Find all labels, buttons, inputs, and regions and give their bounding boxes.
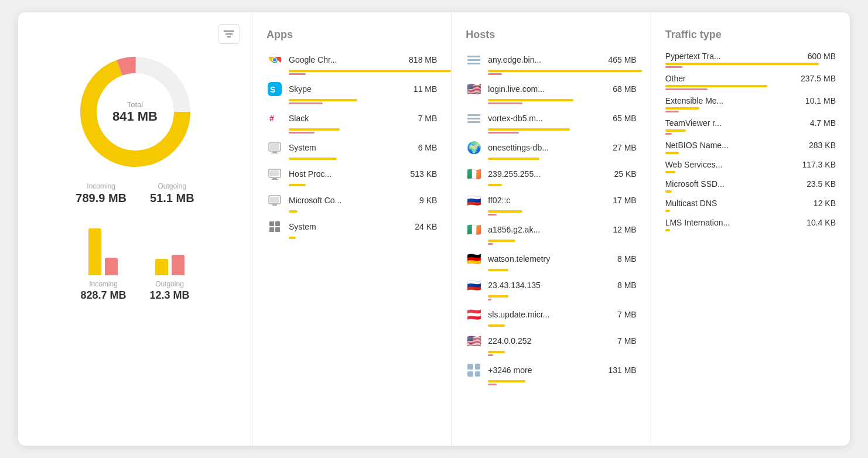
item-name: Slack xyxy=(289,114,414,123)
pink-bar xyxy=(665,111,679,112)
item-icon xyxy=(266,218,283,235)
item-size: 12 MB xyxy=(613,225,636,234)
svg-rect-24 xyxy=(272,204,277,206)
item-size: 513 KB xyxy=(410,169,437,179)
filter-button[interactable] xyxy=(218,24,240,44)
yellow-bar xyxy=(665,63,819,65)
item-name: TeamViewer r... xyxy=(665,118,805,128)
pink-bar xyxy=(488,243,493,245)
item-size: 11 MB xyxy=(414,84,437,94)
list-item: 🇩🇪watson.telemetry8 MB xyxy=(466,251,636,271)
yellow-bar xyxy=(488,70,641,72)
item-name: onesettings-db... xyxy=(488,143,608,152)
item-icon: 🇷🇺 xyxy=(466,192,482,209)
svg-rect-20 xyxy=(272,178,277,179)
item-name: 224.0.0.252 xyxy=(488,336,613,346)
item-name: System xyxy=(289,222,410,231)
incoming-pink-bar xyxy=(105,258,118,275)
item-size: 6 MB xyxy=(418,143,438,152)
list-item: 🇦🇹sls.update.micr...7 MB xyxy=(466,306,636,327)
outgoing-yellow-bar xyxy=(155,259,168,275)
yellow-bar xyxy=(665,190,672,193)
list-item: S Skype11 MB xyxy=(266,81,437,104)
outgoing-label: Outgoing xyxy=(150,182,194,190)
item-icon: S xyxy=(266,81,283,97)
outgoing-value: 51.1 MB xyxy=(150,192,194,205)
list-item: System24 KB xyxy=(266,218,437,239)
incoming-stat: Incoming 789.9 MB xyxy=(76,182,127,205)
list-item: TeamViewer r...4.7 MB xyxy=(665,118,836,135)
item-name: Web Services... xyxy=(665,160,798,169)
outgoing-stat: Outgoing 51.1 MB xyxy=(150,182,194,205)
yellow-bar xyxy=(488,269,508,271)
donut-label: Total xyxy=(112,100,158,109)
pink-bar xyxy=(488,214,497,216)
svg-rect-27 xyxy=(269,227,274,232)
yellow-bar xyxy=(665,107,699,110)
svg-rect-15 xyxy=(270,144,279,150)
yellow-bar xyxy=(488,295,508,298)
outgoing-bar-pair xyxy=(155,223,184,275)
pink-bar xyxy=(289,102,323,104)
svg-rect-21 xyxy=(271,179,278,180)
list-item: Other237.5 MB xyxy=(665,74,836,90)
item-name: NetBIOS Name... xyxy=(665,141,804,150)
item-size: 283 KB xyxy=(809,141,836,150)
pink-bar xyxy=(488,73,501,75)
yellow-bar xyxy=(488,158,539,160)
yellow-bar xyxy=(488,184,501,186)
item-icon xyxy=(466,110,482,127)
item-name: LMS Internation... xyxy=(665,218,802,227)
item-size: 818 MB xyxy=(409,55,437,64)
yellow-bar xyxy=(665,210,671,212)
item-icon: 🇺🇸 xyxy=(466,333,482,349)
list-item: Host Proc...513 KB xyxy=(266,166,437,186)
svg-text:S: S xyxy=(270,85,275,94)
incoming-label: Incoming xyxy=(76,182,127,190)
list-item: 🇺🇸224.0.0.2527 MB xyxy=(466,333,636,356)
yellow-bar xyxy=(488,240,515,242)
list-item: vortex-db5.m...65 MB xyxy=(466,110,636,134)
outgoing-bar-group: Outgoing 12.3 MB xyxy=(150,223,190,302)
yellow-bar xyxy=(488,324,505,327)
yellow-bar xyxy=(488,351,505,353)
item-name: Extensible Me... xyxy=(665,96,801,105)
item-name: +3246 more xyxy=(488,365,603,375)
list-item: # Slack7 MB xyxy=(266,110,437,134)
item-size: 10.4 KB xyxy=(807,218,836,227)
incoming-bar-group: Incoming 828.7 MB xyxy=(80,223,126,302)
yellow-bar xyxy=(289,70,451,72)
pink-bar xyxy=(289,73,306,75)
yellow-bar xyxy=(289,237,296,239)
item-size: 465 MB xyxy=(608,55,636,64)
svg-rect-28 xyxy=(275,227,280,232)
item-size: 7 MB xyxy=(418,114,438,123)
item-name: 23.43.134.135 xyxy=(488,281,613,290)
list-item: 🇮🇪239.255.255...25 KB xyxy=(466,166,636,186)
item-name: Skype xyxy=(289,84,409,94)
incoming-yellow-bar xyxy=(88,228,101,275)
item-icon: 🇦🇹 xyxy=(466,306,482,323)
item-icon: 🇮🇪 xyxy=(466,221,482,238)
hosts-list: any.edge.bin...465 MB🇺🇸login.live.com...… xyxy=(466,52,636,385)
list-item: 🇮🇪a1856.g2.ak...12 MB xyxy=(466,221,636,245)
item-size: 24 KB xyxy=(415,222,437,231)
yellow-bar xyxy=(665,85,768,87)
dashboard-card: Total 841 MB Incoming 789.9 MB Outgoing … xyxy=(18,12,850,446)
list-item: 🇺🇸login.live.com...68 MB xyxy=(466,81,636,104)
list-item: +3246 more131 MB xyxy=(466,362,636,385)
list-item: 🌍onesettings-db...27 MB xyxy=(466,139,636,160)
item-size: 8 MB xyxy=(617,254,637,264)
item-size: 65 MB xyxy=(613,114,636,123)
list-item: 🇷🇺23.43.134.1358 MB xyxy=(466,277,636,300)
filter-icon xyxy=(224,30,234,38)
yellow-bar xyxy=(665,129,686,132)
svg-rect-25 xyxy=(269,221,274,226)
item-name: sls.update.micr... xyxy=(488,310,613,319)
yellow-bar xyxy=(665,171,675,173)
item-size: 131 MB xyxy=(608,365,636,375)
item-icon xyxy=(466,52,482,68)
item-size: 237.5 MB xyxy=(801,74,836,83)
item-size: 600 MB xyxy=(808,52,836,61)
item-icon: 🇩🇪 xyxy=(466,251,482,267)
